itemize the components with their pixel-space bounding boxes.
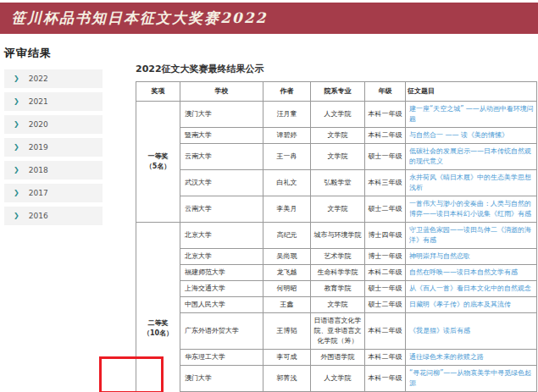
sidebar-item-2021[interactable]: ❯2021 (4, 92, 103, 111)
cell-author: 王博韬 (263, 313, 311, 350)
column-header: 学校 (180, 82, 263, 102)
cell-school: 上海交通大学 (180, 281, 263, 297)
cell-school: 华东理工大学 (180, 350, 263, 366)
cell-grade: 硕士一年级 (365, 144, 406, 170)
results-title: 2022征文大奖赛最终结果公示 (136, 63, 536, 75)
cell-school: 北京大学 (180, 249, 263, 265)
cell-school: 澳门大学 (180, 366, 263, 392)
sidebar-items: ❯2022❯2021❯2020❯2019❯2018❯2017❯2016 (4, 69, 103, 225)
essay-title-link[interactable]: 自然在呼唤——读日本自然文学有感 (406, 265, 537, 281)
main-content: 2022征文大奖赛最终结果公示 奖项学校作者院系专业年级征文题目 一等奖（5名）… (136, 63, 536, 392)
essay-title-link[interactable]: “寻花问柳”——从物哀美学中寻觅绿色起源 (406, 366, 537, 392)
cell-department: 外国语学院 (311, 350, 365, 366)
cell-author: 谭碧婷 (263, 128, 311, 144)
column-header: 年级 (365, 82, 406, 102)
table-header-row: 奖项学校作者院系专业年级征文题目 (136, 82, 537, 102)
annotation-box-best-organization (99, 356, 164, 392)
essay-title-link[interactable]: 一首伟大与渺小的变奏曲：人类与自然的博弈——读日本科幻小说集《红雨》有感 (406, 196, 537, 223)
sidebar-item-label: 2022 (29, 75, 48, 83)
cell-department: 文学院 (311, 297, 365, 313)
sidebar-item-2022[interactable]: ❯2022 (4, 69, 103, 88)
cell-department: 生命科学学院 (311, 265, 365, 281)
cell-department: 弘毅学堂 (311, 170, 365, 196)
cell-school: 武汉大学 (180, 170, 263, 196)
cell-school: 北京大学 (180, 223, 263, 249)
cell-department: 人文学院 (311, 366, 365, 392)
sidebar-item-label: 2021 (29, 97, 48, 106)
sidebar-item-label: 2019 (29, 143, 48, 152)
essay-title-link[interactable]: 与自然合一 —— 读《美的情愫》 (406, 128, 537, 144)
chevron-right-icon: ❯ (14, 167, 19, 174)
chevron-right-icon: ❯ (14, 213, 19, 219)
cell-grade: 本科三年级 (365, 170, 406, 196)
table-row: 武汉大学白礼文弘毅学堂本科三年级永井荷风《晴日木屐》中的生态美学思想浅析 (136, 170, 537, 196)
table-row: 上海交通大学何明昭教育学院硕士一年级从《百人一首》看日本文化中的自然观念 (136, 281, 537, 297)
cell-grade: 本科一年级 (365, 102, 406, 128)
table-row: 二等奖（10名）北京大学高纪元城市与环境学院博士四年级守卫蓝色家园——读田岛伸二… (136, 223, 537, 249)
essay-title-link[interactable]: 通往绿色未来的救赎之路 (406, 350, 537, 366)
cell-grade: 本科二年级 (365, 350, 406, 366)
cell-department: 文学院 (311, 128, 365, 144)
cell-author: 白礼文 (263, 170, 311, 196)
sidebar-item-2019[interactable]: ❯2019 (4, 138, 103, 157)
sidebar-item-label: 2017 (29, 189, 48, 197)
table-row: 一等奖（5名）澳门大学汪月童人文学院本科一年级建一座“天空之城” ——从动画中看… (136, 102, 537, 128)
cell-author: 郭菁浅 (263, 366, 311, 392)
cell-grade: 本科一年级 (365, 366, 406, 392)
column-header: 院系专业 (311, 82, 365, 102)
essay-title-link[interactable]: 低碳社会的发展启示——日本传统自然观的现代意义 (406, 144, 537, 170)
essay-title-link[interactable]: 神明崇拜与自然恋歌 (406, 249, 537, 265)
cell-author: 李美月 (263, 196, 311, 223)
cell-grade: 博士四年级 (365, 223, 406, 249)
table-row: 华东理工大学李可成外国语学院本科二年级通往绿色未来的救赎之路 (136, 350, 537, 366)
sidebar: 评审结果 ❯2022❯2021❯2020❯2019❯2018❯2017❯2016 (4, 46, 103, 229)
table-row: 暨南大学谭碧婷文学院本科二年级与自然合一 —— 读《美的情愫》 (136, 128, 537, 144)
cell-grade: 本科二年级 (365, 313, 406, 350)
cell-department: 文学院 (311, 196, 365, 223)
cell-author: 李可成 (263, 350, 311, 366)
site-title: 笹川杯品书知日本征文大奖赛2022 (11, 8, 267, 28)
column-header: 奖项 (136, 82, 180, 102)
essay-title-link[interactable]: 永井荷风《晴日木屐》中的生态美学思想浅析 (406, 170, 537, 196)
cell-school: 福建师范大学 (180, 265, 263, 281)
chevron-right-icon: ❯ (14, 98, 19, 105)
cell-department: 文学院 (311, 144, 365, 170)
sidebar-item-2020[interactable]: ❯2020 (4, 115, 103, 134)
essay-title-link[interactable]: 《我是猫》读后有感 (406, 313, 537, 350)
cell-author: 何明昭 (263, 281, 311, 297)
essay-title-link[interactable]: 守卫蓝色家园——读田岛伸二《消逝的海洋》有感 (406, 223, 537, 249)
results-table: 奖项学校作者院系专业年级征文题目 一等奖（5名）澳门大学汪月童人文学院本科一年级… (136, 81, 537, 392)
cell-department: 日语语言文化学院、亚非语言文化学院（筹） (311, 313, 365, 350)
essay-title-link[interactable]: 从《百人一首》看日本文化中的自然观念 (406, 281, 537, 297)
cell-award: 一等奖（5名） (136, 102, 180, 223)
essay-title-link[interactable]: 建一座“天空之城” ——从动画中看环境问题 (406, 102, 537, 128)
cell-school: 澳门大学 (180, 102, 263, 128)
table-row: 广东外语外贸大学王博韬日语语言文化学院、亚非语言文化学院（筹）本科二年级《我是猫… (136, 313, 537, 350)
table-row: 中国人民大学王鑫文学院硕士二年级日藏明《孝子传》的底本及其流传 (136, 297, 537, 313)
table-row: 澳门大学郭菁浅人文学院本科一年级“寻花问柳”——从物哀美学中寻觅绿色起源 (136, 366, 537, 392)
cell-grade: 硕士二年级 (365, 196, 406, 223)
table-row: 福建师范大学龙飞越生命科学学院本科二年级自然在呼唤——读日本自然文学有感 (136, 265, 537, 281)
cell-author: 王鑫 (263, 297, 311, 313)
cell-school: 中国人民大学 (180, 297, 263, 313)
cell-author: 王一冉 (263, 144, 311, 170)
cell-author: 高纪元 (263, 223, 311, 249)
chevron-right-icon: ❯ (14, 121, 19, 128)
sidebar-item-label: 2020 (29, 120, 48, 129)
sidebar-item-2017[interactable]: ❯2017 (4, 184, 103, 202)
essay-title-link[interactable]: 日藏明《孝子传》的底本及其流传 (406, 297, 537, 313)
cell-grade: 博士一年级 (365, 249, 406, 265)
sidebar-item-label: 2018 (29, 166, 48, 174)
cell-department: 教育学院 (311, 281, 365, 297)
cell-grade: 本科二年级 (365, 128, 406, 144)
sidebar-heading: 评审结果 (4, 46, 103, 61)
cell-department: 艺术学院 (311, 249, 365, 265)
cell-department: 人文学院 (311, 102, 365, 128)
sidebar-item-2016[interactable]: ❯2016 (4, 207, 103, 225)
table-row: 云南大学王一冉文学院硕士一年级低碳社会的发展启示——日本传统自然观的现代意义 (136, 144, 537, 170)
sidebar-item-2018[interactable]: ❯2018 (4, 161, 103, 179)
cell-author: 汪月童 (263, 102, 311, 128)
column-header: 作者 (263, 82, 311, 102)
cell-author: 吴尚珉 (263, 249, 311, 265)
cell-school: 云南大学 (180, 144, 263, 170)
